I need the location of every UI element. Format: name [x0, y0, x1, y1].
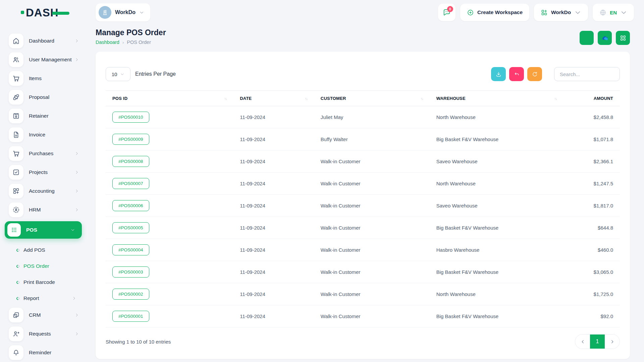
sort-icon[interactable]: ↑↓ — [305, 97, 307, 101]
main-content: Manage POS Order Dashboard › POS Order 1… — [87, 25, 644, 362]
grid-icon — [620, 35, 627, 42]
app-switcher-button[interactable]: WorkDo — [534, 4, 588, 21]
sidebar-item-proposal[interactable]: Proposal — [9, 90, 82, 105]
search-input[interactable] — [554, 67, 620, 81]
sidebar-item-label: Reminder — [29, 350, 51, 356]
pos-id-badge[interactable]: #POS00004 — [112, 244, 149, 255]
sidebar-item-accounting[interactable]: Accounting — [9, 184, 82, 198]
google-drive-icon — [583, 35, 590, 42]
sidebar-item-requests[interactable]: Requests — [9, 326, 82, 341]
sidebar-item-label: Purchases — [29, 150, 53, 157]
chevron-right-icon — [74, 151, 82, 156]
column-header-warehouse[interactable]: WAREHOUSE↑↓ — [430, 91, 564, 106]
warehouse-cell: Big Basket F&V Warehouse — [430, 217, 564, 239]
messages-count-badge: 0 — [447, 6, 453, 12]
sidebar-item-hrm[interactable]: HRM — [9, 202, 82, 217]
bullet-icon — [16, 280, 20, 285]
users-icon — [9, 52, 23, 67]
amount-cell: $1,071.8 — [563, 128, 620, 150]
sidebar-item-purchases[interactable]: Purchases — [9, 146, 82, 161]
topbar-right: 0 Create Workspace WorkDo EN — [438, 4, 644, 21]
sidebar-subitem-pos-order[interactable]: POS Order — [16, 259, 82, 273]
pos-id-badge[interactable]: #POS00007 — [112, 178, 149, 189]
pos-id-badge[interactable]: #POS00010 — [112, 112, 149, 123]
sidebar-item-invoice[interactable]: Invoice — [9, 127, 82, 142]
sidebar-subitem-label: Report — [23, 295, 39, 301]
page-number-button[interactable]: 1 — [590, 335, 605, 349]
sidebar-subitem-label: POS Order — [23, 263, 49, 269]
column-header-pos-id[interactable]: POS ID↑↓ — [106, 91, 233, 106]
language-selector[interactable]: EN — [593, 4, 634, 21]
bullet-icon — [16, 248, 20, 252]
create-workspace-button[interactable]: Create Workspace — [460, 4, 529, 21]
dash-logo[interactable]: DASH — [21, 7, 69, 18]
sidebar-item-reminder[interactable]: Reminder — [9, 345, 82, 360]
logo-dash-bar — [52, 12, 69, 15]
sort-icon[interactable]: ↑↓ — [421, 97, 423, 101]
sort-icon[interactable]: ↑↓ — [224, 97, 226, 101]
app-switcher-label: WorkDo — [551, 9, 571, 15]
chevron-right-icon — [74, 313, 82, 317]
pos-id-badge[interactable]: #POS00005 — [112, 222, 149, 233]
grid-view-button[interactable] — [616, 31, 630, 45]
globe-icon — [599, 9, 606, 16]
table-row: #POS0000711-09-2024Walk-in CustomerNorth… — [106, 173, 620, 195]
warehouse-cell: Big Basket F&V Warehouse — [430, 128, 564, 150]
date-cell: 11-09-2024 — [233, 106, 314, 128]
sidebar-item-items[interactable]: Items — [9, 71, 82, 86]
language-label: EN — [610, 10, 617, 15]
customer-cell: Walk-in Customer — [314, 173, 430, 195]
entries-per-page-select[interactable]: 10 — [106, 67, 130, 81]
sidebar-item-crm[interactable]: CRM — [9, 308, 82, 322]
previous-page-button[interactable] — [575, 335, 590, 349]
messages-button[interactable]: 0 — [438, 4, 455, 21]
sidebar-subitem-print-barcode[interactable]: Print Barcode — [16, 276, 82, 289]
sidebar-item-user-management[interactable]: User Management — [9, 52, 82, 67]
sidebar-subitem-label: Print Barcode — [23, 279, 55, 285]
next-page-button[interactable] — [605, 335, 620, 349]
create-workspace-label: Create Workspace — [477, 9, 523, 15]
pos-grid-icon — [7, 223, 21, 237]
sidebar-subitem-report[interactable]: Report — [16, 292, 82, 305]
sort-icon[interactable]: ↑↓ — [554, 97, 556, 101]
sidebar-item-retainer[interactable]: Retainer — [9, 109, 82, 123]
pos-id-badge[interactable]: #POS00008 — [112, 156, 149, 167]
google-drive-button[interactable] — [580, 31, 594, 45]
column-header-customer[interactable]: CUSTOMER↑↓ — [314, 91, 430, 106]
sidebar-item-pos[interactable]: POS — [5, 221, 82, 239]
refresh-button[interactable] — [527, 67, 542, 81]
pos-id-badge[interactable]: #POS00003 — [112, 266, 149, 278]
sidebar-subitem-add-pos[interactable]: Add POS — [16, 243, 82, 257]
amount-cell: $460.0 — [563, 239, 620, 261]
pos-id-badge[interactable]: #POS00001 — [112, 311, 149, 322]
pos-id-badge[interactable]: #POS00009 — [112, 134, 149, 145]
bullet-icon — [16, 296, 20, 301]
breadcrumb-current: POS Order — [127, 40, 151, 45]
table-row: #POS0001011-09-2024Juliet MayNorth Wareh… — [106, 106, 620, 128]
pos-id-badge[interactable]: #POS00006 — [112, 200, 149, 211]
breadcrumb-dashboard-link[interactable]: Dashboard — [96, 40, 119, 45]
amount-cell: $1,247.5 — [563, 173, 620, 195]
sidebar-item-projects[interactable]: Projects — [9, 165, 82, 180]
invoice-icon — [9, 127, 23, 142]
sidebar-item-label: User Management — [29, 57, 72, 63]
undo-button[interactable] — [509, 67, 524, 81]
entries-per-page-label: Entries Per Page — [135, 71, 176, 77]
onedrive-button[interactable] — [598, 31, 612, 45]
topbar: DASH WorkDo 0 Create Workspace WorkDo — [0, 0, 644, 25]
warehouse-cell: North Warehouse — [430, 173, 564, 195]
table-row: #POS0000511-09-2024Walk-in CustomerBig B… — [106, 217, 620, 239]
customer-cell: Walk-in Customer — [314, 283, 430, 305]
logo-area: DASH — [0, 7, 87, 18]
crm-icon — [9, 308, 23, 322]
table-row: #POS0000811-09-2024Walk-in CustomerSaveo… — [106, 150, 620, 173]
workspace-selector[interactable]: WorkDo — [96, 3, 150, 21]
warehouse-cell: Big Basket F&V Warehouse — [430, 305, 564, 327]
date-cell: 11-09-2024 — [233, 150, 314, 173]
sidebar-item-label: Proposal — [29, 94, 49, 100]
pos-order-card: 10 Entries Per Page POS ID↑↓DATE↑↓CUSTOM… — [96, 52, 630, 359]
column-header-date[interactable]: DATE↑↓ — [233, 91, 314, 106]
export-button[interactable] — [491, 67, 506, 81]
pos-id-badge[interactable]: #POS00002 — [112, 289, 149, 300]
sidebar-item-dashboard[interactable]: Dashboard — [9, 34, 82, 48]
